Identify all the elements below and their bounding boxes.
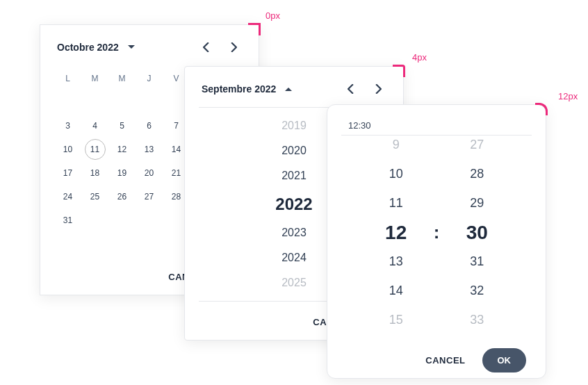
year-option[interactable]: 2022 (275, 188, 312, 220)
minute-option[interactable]: 30 (466, 222, 488, 243)
next-month-icon[interactable] (225, 39, 242, 56)
day-cell-empty (81, 208, 108, 232)
picker-header: Octobre 2022 (40, 25, 259, 61)
day-cell-empty (136, 90, 163, 114)
dropdown-icon[interactable] (124, 40, 138, 54)
corner-marker (248, 23, 261, 35)
hour-option[interactable]: 10 (389, 164, 403, 185)
day-cell[interactable]: 27 (136, 185, 163, 208)
day-cell[interactable]: 26 (108, 185, 136, 208)
day-cell[interactable]: 31 (54, 208, 81, 232)
year-option[interactable]: 2025 (281, 270, 307, 295)
time-separator: : (434, 222, 440, 243)
dropdown-up-icon[interactable] (281, 82, 295, 96)
time-wheel[interactable]: 9101112131415 : 27282930313233 (341, 135, 532, 329)
next-icon[interactable] (370, 81, 386, 97)
day-cell[interactable]: 5 (108, 114, 136, 138)
day-cell[interactable]: 20 (136, 161, 163, 185)
ok-button[interactable]: OK (482, 348, 527, 372)
picker-actions: CANCEL OK (327, 342, 546, 378)
day-cell[interactable]: 19 (108, 161, 136, 185)
day-cell[interactable]: 17 (54, 161, 81, 185)
hours-column[interactable]: 9101112131415 (375, 135, 417, 329)
hour-option[interactable]: 13 (389, 252, 403, 272)
day-cell[interactable]: 13 (136, 138, 163, 161)
day-cell[interactable]: 6 (136, 114, 163, 138)
minute-option[interactable]: 29 (470, 193, 484, 214)
day-cell[interactable]: 12 (108, 138, 136, 161)
corner-marker (535, 103, 548, 115)
radius-label-12: 12px (558, 91, 578, 101)
minute-option[interactable]: 31 (470, 252, 484, 272)
minute-option[interactable]: 32 (470, 281, 484, 302)
month-year-label: Septembre 2022 (202, 83, 276, 95)
time-picker: 12:30 9101112131415 : 27282930313233 CAN… (327, 104, 546, 379)
minute-option[interactable]: 33 (470, 310, 484, 330)
year-option[interactable]: 2024 (281, 245, 307, 270)
year-option[interactable]: 2021 (281, 163, 307, 188)
day-cell[interactable]: 4 (81, 114, 108, 138)
year-option[interactable]: 2023 (281, 220, 307, 245)
day-cell-empty (108, 208, 136, 232)
hour-option[interactable]: 9 (393, 135, 400, 156)
picker-header: Septembre 2022 (185, 67, 403, 103)
prev-month-icon[interactable] (197, 39, 214, 56)
day-cell[interactable]: 10 (54, 138, 81, 161)
day-cell[interactable]: 18 (81, 161, 108, 185)
day-cell-empty (108, 90, 136, 114)
month-year-label: Octobre 2022 (57, 42, 119, 53)
weekday-label: J (136, 67, 163, 90)
hour-option[interactable]: 12 (385, 222, 407, 243)
day-cell[interactable]: 3 (54, 114, 81, 138)
time-display: 12:30 (327, 105, 546, 135)
day-cell[interactable]: 24 (54, 185, 81, 208)
hour-option[interactable]: 14 (389, 281, 403, 302)
radius-label-0: 0px (266, 10, 280, 21)
year-option[interactable]: 2019 (281, 113, 307, 138)
weekday-label: M (108, 67, 136, 90)
day-cell-empty (54, 90, 81, 114)
weekday-label: L (54, 67, 81, 90)
year-option[interactable]: 2020 (281, 138, 307, 163)
radius-label-4: 4px (412, 52, 427, 63)
hour-option[interactable]: 11 (389, 193, 403, 214)
cancel-button[interactable]: CANCEL (425, 355, 465, 366)
day-cell-empty (81, 90, 108, 114)
weekday-label: M (81, 67, 108, 90)
day-cell-empty (136, 208, 163, 232)
hour-option[interactable]: 15 (389, 310, 403, 330)
minutes-column[interactable]: 27282930313233 (456, 135, 498, 329)
day-cell[interactable]: 25 (81, 185, 108, 208)
prev-icon[interactable] (342, 81, 359, 97)
minute-option[interactable]: 27 (470, 135, 484, 156)
corner-marker (393, 65, 405, 77)
minute-option[interactable]: 28 (470, 164, 484, 185)
day-cell[interactable]: 11 (85, 139, 106, 160)
